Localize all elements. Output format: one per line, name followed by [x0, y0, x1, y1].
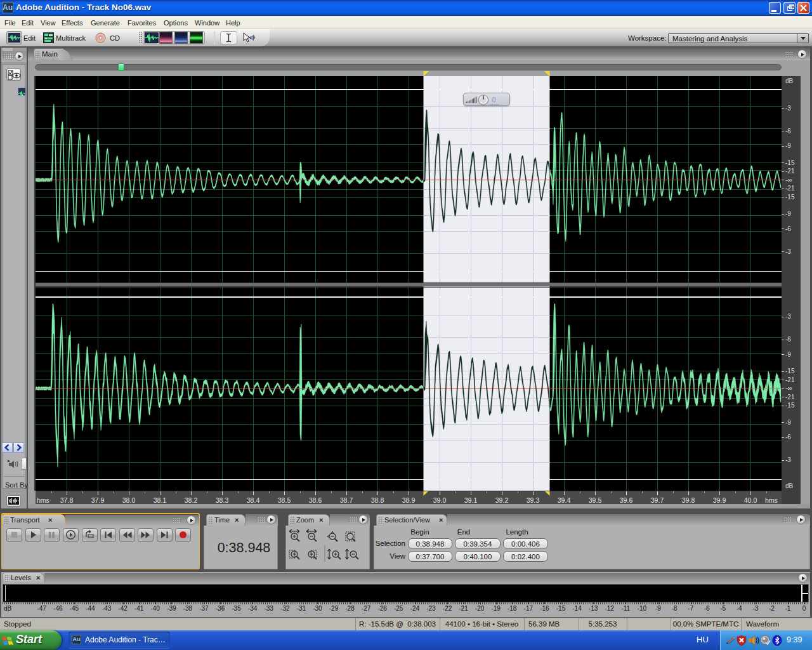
svg-text:0: 0	[492, 96, 495, 103]
